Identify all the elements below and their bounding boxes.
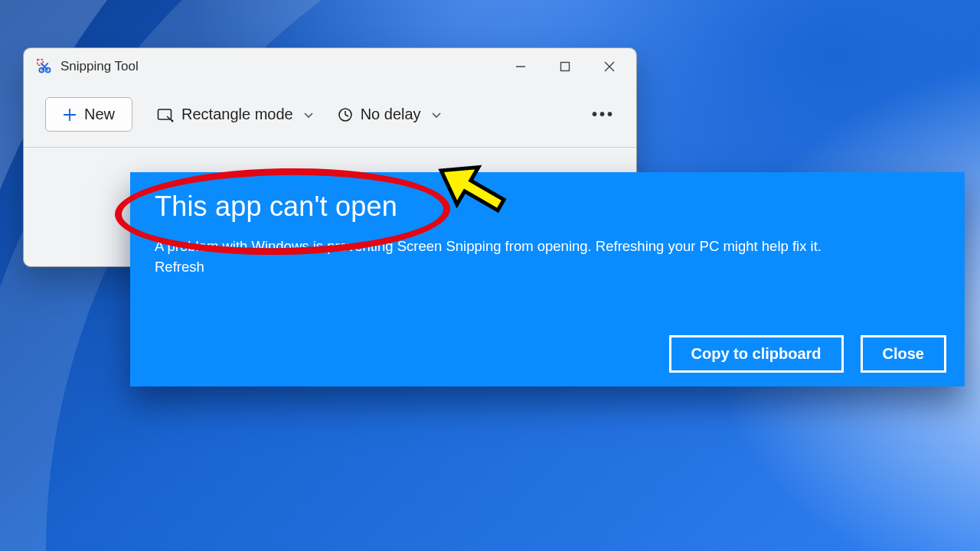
- more-options-button[interactable]: •••: [592, 106, 615, 123]
- new-button-label: New: [84, 106, 115, 123]
- minimize-button[interactable]: [498, 51, 543, 82]
- error-body-line1: A problem with Windows is preventing Scr…: [155, 236, 940, 257]
- close-button[interactable]: [587, 51, 632, 82]
- error-title: This app can't open: [155, 191, 940, 223]
- more-icon: •••: [592, 106, 615, 123]
- window-title: Snipping Tool: [60, 59, 139, 74]
- error-body-line2: Refresh: [155, 257, 940, 278]
- close-dialog-button[interactable]: Close: [861, 335, 946, 373]
- new-snip-button[interactable]: New: [45, 97, 132, 132]
- svg-point-12: [172, 119, 174, 122]
- error-dialog: This app can't open A problem with Windo…: [130, 172, 965, 386]
- error-message: A problem with Windows is preventing Scr…: [155, 236, 940, 278]
- mode-dropdown[interactable]: Rectangle mode: [157, 106, 313, 123]
- chevron-down-icon: [432, 109, 441, 121]
- clock-icon: [338, 107, 353, 122]
- mode-label: Rectangle mode: [181, 106, 293, 123]
- svg-line-15: [345, 115, 348, 116]
- window-controls: [498, 51, 632, 82]
- delay-dropdown[interactable]: No delay: [338, 106, 441, 123]
- svg-rect-6: [561, 63, 570, 71]
- delay-label: No delay: [361, 106, 421, 123]
- rectangle-mode-icon: [157, 107, 174, 122]
- toolbar: New Rectangle mode: [24, 85, 636, 147]
- titlebar[interactable]: Snipping Tool: [24, 48, 636, 85]
- snipping-tool-icon: [36, 58, 53, 75]
- maximize-button[interactable]: [543, 51, 587, 82]
- copy-to-clipboard-button[interactable]: Copy to clipboard: [669, 335, 844, 373]
- chevron-down-icon: [304, 109, 313, 121]
- plus-icon: [63, 108, 77, 122]
